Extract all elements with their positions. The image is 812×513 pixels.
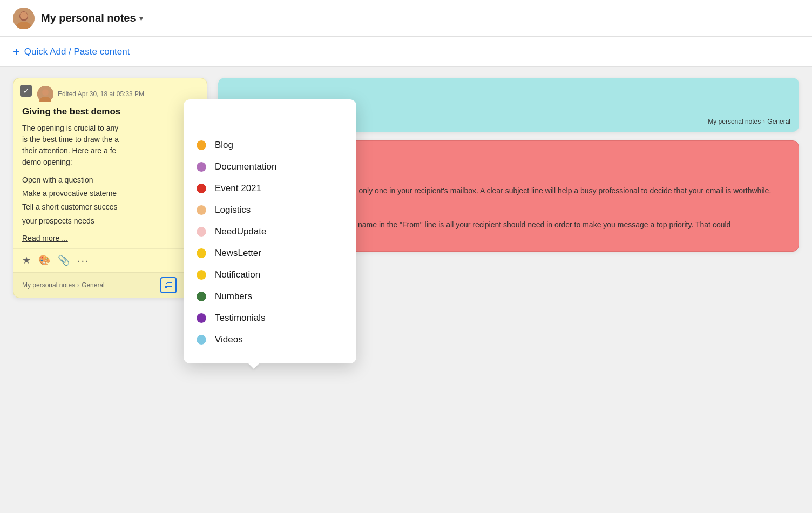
more-icon[interactable]: ··· bbox=[77, 254, 90, 267]
color-dot-logistics bbox=[197, 205, 206, 215]
quick-add-bar: + Quick Add / Paste content bbox=[0, 37, 812, 67]
quick-add-label: Quick Add / Paste content bbox=[24, 46, 130, 57]
card-demos-header: Edited Apr 30, 18 at 05:33 PM bbox=[22, 86, 198, 102]
card-demos-edit-time: Edited Apr 30, 18 at 05:33 PM bbox=[58, 90, 144, 98]
dropdown-item-documentation[interactable]: Documentation bbox=[184, 156, 356, 178]
color-dot-documentation bbox=[197, 162, 206, 172]
clip-icon[interactable]: 📎 bbox=[58, 254, 70, 266]
tag-search-input[interactable] bbox=[194, 108, 346, 123]
chevron-down-icon: ▾ bbox=[139, 14, 143, 23]
card-checkbox[interactable]: ✓ bbox=[20, 85, 32, 97]
dropdown-item-label: Blog bbox=[215, 140, 233, 151]
dropdown-item-label: Numbers bbox=[215, 291, 252, 302]
dropdown-item-label: NewsLetter bbox=[215, 248, 261, 259]
cards-column: ✓ Edited Apr 30, 18 at 05:33 PM Giving t… bbox=[13, 78, 207, 502]
dropdown-item-numbers[interactable]: Numbers bbox=[184, 286, 356, 307]
color-dot-newsletter bbox=[197, 248, 206, 258]
palette-icon[interactable]: 🎨 bbox=[38, 254, 50, 266]
card-demos-footer: My personal notes › General 🏷 ⏰ bbox=[13, 272, 207, 298]
color-dot-videos bbox=[197, 335, 206, 345]
teal-path-root: My personal notes bbox=[708, 118, 761, 125]
note-card-demos: ✓ Edited Apr 30, 18 at 05:33 PM Giving t… bbox=[13, 78, 207, 298]
dropdown-item-label: Notification bbox=[215, 269, 260, 280]
svg-point-5 bbox=[42, 89, 49, 96]
color-dot-blog bbox=[197, 140, 206, 150]
card-demos-body: Edited Apr 30, 18 at 05:33 PM Giving the… bbox=[13, 78, 207, 248]
dropdown-item-label: Documentation bbox=[215, 161, 276, 172]
card-demos-read-more[interactable]: Read more ... bbox=[22, 234, 68, 242]
dropdown-item-event-2021[interactable]: Event 2021 bbox=[184, 178, 356, 199]
plus-icon: + bbox=[13, 46, 20, 58]
workspace-title: My personal notes bbox=[41, 12, 136, 24]
dropdown-item-logistics[interactable]: Logistics bbox=[184, 199, 356, 221]
dropdown-arrow bbox=[248, 363, 259, 369]
dropdown-item-label: Event 2021 bbox=[215, 183, 261, 194]
color-dot-needupdate bbox=[197, 227, 206, 237]
dropdown-item-videos[interactable]: Videos bbox=[184, 329, 356, 350]
card-demos-path-root: My personal notes bbox=[22, 281, 75, 289]
dropdown-item-label: Logistics bbox=[215, 205, 251, 215]
teal-card-path: My personal notes › General bbox=[708, 118, 790, 125]
dropdown-item-newsletter[interactable]: NewsLetter bbox=[184, 242, 356, 264]
dropdown-item-label: Videos bbox=[215, 334, 243, 345]
search-wrap bbox=[184, 108, 356, 130]
dropdown-item-label: Testimonials bbox=[215, 313, 266, 323]
tag-dropdown: BlogDocumentationEvent 2021LogisticsNeed… bbox=[184, 99, 356, 363]
top-bar: My personal notes ▾ bbox=[0, 0, 812, 37]
dropdown-item-blog[interactable]: Blog bbox=[184, 134, 356, 156]
card-demos-title: Giving the best demos bbox=[22, 106, 198, 117]
dropdown-item-testimonials[interactable]: Testimonials bbox=[184, 307, 356, 329]
card-demos-actions: ★ 🎨 📎 ··· bbox=[13, 248, 207, 272]
main-content: ✓ Edited Apr 30, 18 at 05:33 PM Giving t… bbox=[0, 67, 812, 513]
color-dot-notification bbox=[197, 270, 206, 280]
dropdown-items-list: BlogDocumentationEvent 2021LogisticsNeed… bbox=[184, 130, 356, 355]
dropdown-item-label: NeedUpdate bbox=[215, 226, 266, 237]
color-dot-testimonials bbox=[197, 313, 206, 323]
quick-add-button[interactable]: + Quick Add / Paste content bbox=[13, 46, 130, 58]
dropdown-item-needupdate[interactable]: NeedUpdate bbox=[184, 221, 356, 242]
color-dot-event 2021 bbox=[197, 184, 206, 193]
star-icon[interactable]: ★ bbox=[22, 254, 31, 266]
dropdown-item-notification[interactable]: Notification bbox=[184, 264, 356, 286]
card-demos-path-sub: General bbox=[82, 281, 105, 289]
svg-point-3 bbox=[20, 12, 28, 19]
teal-path-sub: General bbox=[767, 118, 790, 125]
tag-icon[interactable]: 🏷 bbox=[160, 277, 177, 293]
color-dot-numbers bbox=[197, 292, 206, 301]
workspace-title-row[interactable]: My personal notes ▾ bbox=[41, 12, 143, 24]
card-avatar-demos bbox=[37, 86, 53, 102]
user-avatar[interactable] bbox=[13, 8, 35, 29]
card-demos-text: The opening is crucial to any is the bes… bbox=[22, 123, 198, 168]
card-demos-path: My personal notes › General bbox=[22, 281, 105, 289]
card-demos-list: Open with a question Make a provocative … bbox=[22, 173, 198, 228]
